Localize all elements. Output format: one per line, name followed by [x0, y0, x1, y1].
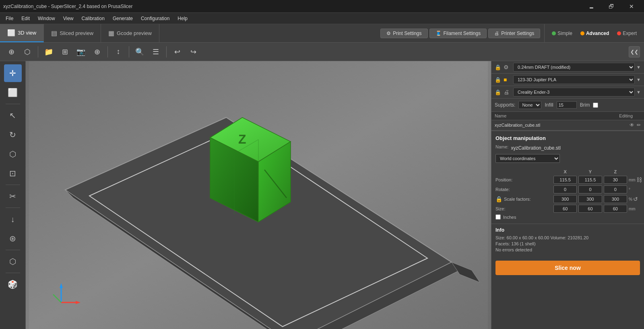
size-y-input[interactable] — [578, 205, 602, 213]
zoom-search-button[interactable]: 🔍 — [132, 45, 147, 59]
inches-checkbox[interactable] — [495, 214, 501, 220]
object-list-item[interactable]: xyzCalibration_cube.stl 👁 ✏ — [491, 120, 644, 130]
position-y-input[interactable] — [578, 176, 602, 184]
list-button[interactable]: ☰ — [149, 45, 163, 59]
y-header: Y — [578, 169, 602, 174]
size-z-input[interactable] — [604, 205, 627, 213]
toolbar-separator-2 — [107, 46, 108, 58]
filament-settings-tab[interactable]: 🧵 Filament Settings — [429, 29, 487, 38]
brim-checkbox[interactable] — [593, 103, 598, 108]
printer-profile-dropdown[interactable]: ▼ — [636, 90, 641, 95]
position-z-input[interactable] — [604, 176, 627, 184]
move-tool[interactable]: ✛ — [4, 64, 22, 82]
left-sep-3 — [6, 208, 20, 208]
info-size-line: Size: 60.00 x 60.00 x 60.00 Volume: 2102… — [495, 235, 640, 240]
add-shape-button[interactable]: ⊕ — [4, 45, 19, 59]
printer-settings-tab[interactable]: 🖨 Printer Settings — [488, 29, 540, 38]
restore-button[interactable]: 🗗 — [602, 0, 621, 13]
target-button[interactable]: ⊕ — [90, 45, 104, 59]
folder-button[interactable]: 📁 — [41, 45, 56, 59]
tab-3d-view-label: 3D view — [18, 30, 36, 36]
cut-tool[interactable]: ✂ — [4, 187, 22, 205]
print-settings-icon: ⚙ — [386, 31, 391, 36]
coord-system-select[interactable]: World coordinates Local coordinates — [495, 154, 560, 163]
printer-profile-select[interactable]: Creality Ender-3 — [513, 88, 635, 97]
position-link-icon[interactable]: ⛓ — [636, 177, 642, 183]
close-button[interactable]: ✕ — [622, 0, 641, 13]
rotate-tool[interactable]: ↻ — [4, 126, 22, 144]
filament-settings-icon: 🧵 — [436, 31, 442, 36]
select-button[interactable]: ⬡ — [20, 45, 35, 59]
window-controls: 🗕 🗗 ✕ — [582, 0, 641, 13]
flatten-tool[interactable]: ⊡ — [4, 164, 22, 182]
editing-column-header: Editing — [619, 113, 633, 118]
tab-gcode-preview[interactable]: ▦ Gcode preview — [101, 24, 159, 42]
move-button[interactable]: ↕ — [111, 45, 126, 59]
secondary-toolbar: ⊕ ⬡ 📁 ⊞ 📷 ⊕ ↕ 🔍 ☰ ↩ ↪ ❮❮ — [0, 43, 644, 61]
collapse-button[interactable]: ❮❮ — [629, 46, 640, 58]
print-profile-select[interactable]: 0.24mm DRAFT (modified) — [513, 63, 635, 72]
tab-sliced-preview[interactable]: ▤ Sliced preview — [44, 24, 101, 42]
menu-view[interactable]: View — [59, 14, 78, 23]
camera-button[interactable]: 📷 — [74, 45, 88, 59]
position-x-input[interactable] — [553, 176, 577, 184]
infill-label: Infill — [545, 102, 553, 108]
menu-configuration[interactable]: Configuration — [137, 14, 173, 23]
scale-z-input[interactable] — [604, 195, 627, 203]
slice-now-button[interactable]: Slice now — [495, 261, 640, 275]
gcode-preview-icon: ▦ — [108, 29, 114, 37]
expert-mode-button[interactable]: Expert — [615, 30, 639, 37]
rotate-x-input[interactable] — [553, 185, 577, 193]
menu-edit[interactable]: Edit — [17, 14, 34, 23]
infill-input[interactable] — [557, 101, 577, 109]
select-box-tool[interactable]: ⬜ — [4, 84, 22, 101]
menu-help[interactable]: Help — [173, 14, 192, 23]
advanced-mode-button[interactable]: Advanced — [578, 30, 611, 37]
name-label: Name: — [495, 144, 508, 149]
menu-calibration[interactable]: Calibration — [78, 14, 109, 23]
menu-window[interactable]: Window — [34, 14, 59, 23]
scale-tool[interactable]: ⬡ — [4, 145, 22, 163]
menu-bar: File Edit Window View Calibration Genera… — [0, 13, 644, 24]
undo-button[interactable]: ↩ — [170, 45, 184, 59]
window-title: xyzCalibration_cube - SuperSlicer_2.4 ba… — [3, 4, 133, 9]
info-facets-label: Facets: — [495, 241, 510, 246]
scale-lock-icon[interactable]: 🔒 — [495, 196, 502, 202]
seam-tool[interactable]: ⊛ — [4, 230, 22, 247]
print-settings-tab[interactable]: ⚙ Print Settings — [380, 29, 427, 38]
position-label: Position: — [495, 177, 552, 182]
advanced-mode-label: Advanced — [586, 31, 609, 36]
minimize-button[interactable]: 🗕 — [582, 0, 601, 13]
fdm-support-tool[interactable]: ⬡ — [4, 253, 22, 270]
viewport-3d[interactable]: Z — [26, 61, 491, 329]
filament-profile-select[interactable]: 123-3D Jupiter PLA — [513, 75, 635, 84]
left-sep-1 — [6, 104, 20, 104]
scale-reset-button[interactable]: ↺ — [633, 196, 638, 202]
print-lock-icon: 🔒 — [495, 64, 501, 70]
tab-3d-view[interactable]: ⬜ 3D view — [0, 24, 44, 42]
menu-generate[interactable]: Generate — [109, 14, 137, 23]
size-x-input[interactable] — [553, 205, 577, 213]
menu-file[interactable]: File — [2, 14, 17, 23]
simple-mode-button[interactable]: Simple — [549, 30, 575, 37]
redo-button[interactable]: ↪ — [186, 45, 200, 59]
support-tool[interactable]: ↓ — [4, 210, 22, 228]
printer-profile-icon: 🖨 — [504, 89, 512, 95]
visibility-icon[interactable]: 👁 — [630, 122, 634, 128]
printer-settings-label: Printer Settings — [501, 31, 534, 36]
size-label: Size: — [495, 206, 552, 211]
cube-tool[interactable]: 🎲 — [4, 276, 22, 293]
info-errors-value: No errors detected — [495, 247, 532, 252]
print-profile-dropdown[interactable]: ▼ — [636, 65, 641, 70]
scale-x-input[interactable] — [553, 195, 577, 203]
filament-profile-dropdown[interactable]: ▼ — [636, 77, 641, 82]
tab-sliced-preview-label: Sliced preview — [60, 30, 93, 36]
rotate-y-input[interactable] — [578, 185, 602, 193]
rotate-z-input[interactable] — [604, 185, 627, 193]
rotate-row: Rotate: ° — [495, 185, 640, 193]
cursor-tool[interactable]: ↖ — [4, 107, 22, 124]
grid-button[interactable]: ⊞ — [58, 45, 72, 59]
supports-select[interactable]: None — [518, 101, 541, 109]
edit-icon[interactable]: ✏ — [637, 122, 641, 128]
scale-y-input[interactable] — [578, 195, 602, 203]
